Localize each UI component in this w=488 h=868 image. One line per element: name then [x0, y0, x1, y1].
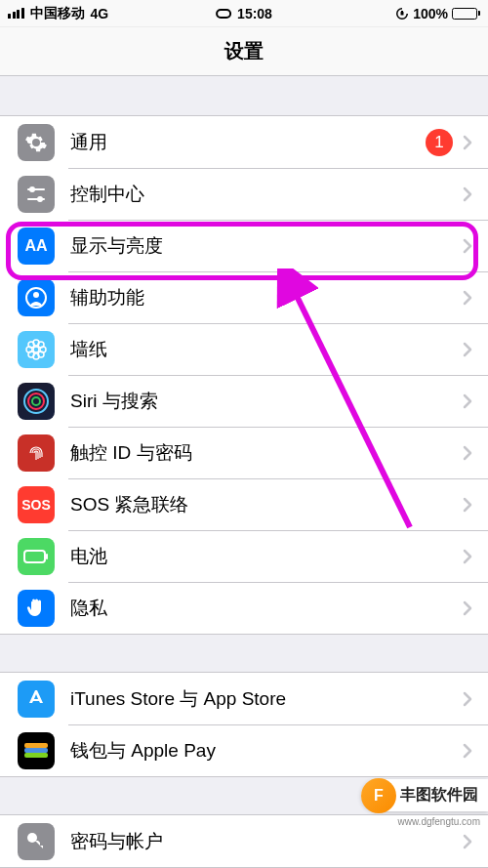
- row-label: 密码与帐户: [70, 829, 463, 854]
- row-label: 触控 ID 与密码: [70, 440, 463, 466]
- svg-point-17: [28, 393, 44, 409]
- svg-rect-20: [46, 554, 48, 559]
- badge: 1: [426, 129, 453, 156]
- settings-row-general[interactable]: 通用1: [0, 116, 488, 168]
- settings-group: 通用1控制中心AA显示与亮度辅助功能墙纸Siri 与搜索触控 ID 与密码SOS…: [0, 115, 488, 635]
- gear-icon: [18, 124, 55, 161]
- chevron-right-icon: [463, 691, 472, 707]
- status-bar: 中国移动 4G 15:08 100%: [0, 0, 488, 27]
- row-label: 显示与亮度: [70, 233, 463, 259]
- person-icon: [18, 279, 55, 316]
- network-label: 4G: [91, 6, 109, 21]
- row-label: 隐私: [70, 596, 463, 621]
- row-label: Siri 与搜索: [70, 389, 463, 414]
- svg-rect-0: [401, 12, 404, 16]
- settings-row-siri[interactable]: Siri 与搜索: [0, 375, 488, 427]
- settings-row-accessibility[interactable]: 辅助功能: [0, 271, 488, 323]
- watermark-text: 丰图软件园: [400, 785, 478, 806]
- appstore-icon: [18, 681, 55, 718]
- page-title: 设置: [224, 38, 264, 64]
- row-label: 控制中心: [70, 182, 463, 207]
- settings-row-display[interactable]: AA显示与亮度: [0, 220, 488, 271]
- svg-rect-3: [27, 188, 45, 190]
- settings-row-itunes[interactable]: iTunes Store 与 App Store: [0, 673, 488, 724]
- flower-icon: [18, 331, 55, 368]
- chevron-right-icon: [463, 549, 472, 564]
- chevron-right-icon: [463, 445, 472, 461]
- fingerprint-icon: [18, 434, 55, 472]
- row-label: 电池: [70, 544, 463, 569]
- chevron-right-icon: [463, 342, 472, 357]
- row-label: 钱包与 Apple Pay: [70, 738, 463, 764]
- watermark: F 丰图软件园 www.dgfengtu.com: [361, 779, 488, 811]
- svg-rect-22: [24, 748, 48, 753]
- carrier-label: 中国移动: [30, 5, 85, 22]
- chevron-right-icon: [463, 186, 472, 202]
- aa-icon: AA: [18, 227, 55, 265]
- status-center: 15:08: [216, 6, 272, 21]
- hand-icon: [18, 590, 55, 627]
- settings-group: iTunes Store 与 App Store钱包与 Apple Pay: [0, 672, 488, 777]
- orientation-lock-icon: [395, 7, 409, 21]
- sliders-icon: [18, 176, 55, 213]
- row-label: 墙纸: [70, 337, 463, 362]
- nav-bar: 设置: [0, 27, 488, 76]
- battery-pct-label: 100%: [413, 6, 448, 21]
- siri-icon: [18, 383, 55, 420]
- key-icon: [18, 823, 55, 860]
- watermark-logo: F: [361, 778, 396, 813]
- settings-row-privacy[interactable]: 隐私: [0, 582, 488, 634]
- status-left: 中国移动 4G: [8, 5, 108, 22]
- chevron-right-icon: [463, 600, 472, 616]
- sos-icon: SOS: [18, 486, 55, 523]
- wallet-icon: [18, 732, 55, 769]
- battery-icon: [18, 538, 55, 575]
- chevron-right-icon: [463, 135, 472, 150]
- chevron-right-icon: [463, 834, 472, 849]
- row-label: 辅助功能: [70, 285, 463, 310]
- svg-rect-23: [24, 753, 48, 758]
- chevron-right-icon: [463, 743, 472, 759]
- status-right: 100%: [395, 6, 480, 21]
- settings-row-control-center[interactable]: 控制中心: [0, 168, 488, 220]
- settings-row-battery[interactable]: 电池: [0, 530, 488, 582]
- chevron-right-icon: [463, 497, 472, 513]
- chevron-right-icon: [463, 290, 472, 306]
- watermark-url: www.dgfengtu.com: [398, 816, 481, 827]
- svg-point-6: [33, 292, 39, 298]
- svg-rect-19: [24, 551, 45, 562]
- row-label: 通用: [70, 130, 426, 155]
- time-label: 15:08: [237, 6, 272, 21]
- signal-icon: [8, 8, 24, 19]
- battery-icon: [452, 8, 480, 20]
- chevron-right-icon: [463, 393, 472, 409]
- settings-row-sos[interactable]: SOSSOS 紧急联络: [0, 478, 488, 530]
- svg-point-7: [33, 347, 39, 352]
- svg-point-18: [32, 397, 40, 405]
- row-label: iTunes Store 与 App Store: [70, 686, 463, 712]
- svg-rect-4: [27, 198, 45, 200]
- settings-row-wallpaper[interactable]: 墙纸: [0, 323, 488, 375]
- settings-row-touchid[interactable]: 触控 ID 与密码: [0, 427, 488, 478]
- settings-row-wallet[interactable]: 钱包与 Apple Pay: [0, 724, 488, 776]
- chevron-right-icon: [463, 238, 472, 254]
- row-label: SOS 紧急联络: [70, 492, 463, 517]
- hotspot-icon: [216, 6, 231, 21]
- svg-rect-21: [24, 743, 48, 748]
